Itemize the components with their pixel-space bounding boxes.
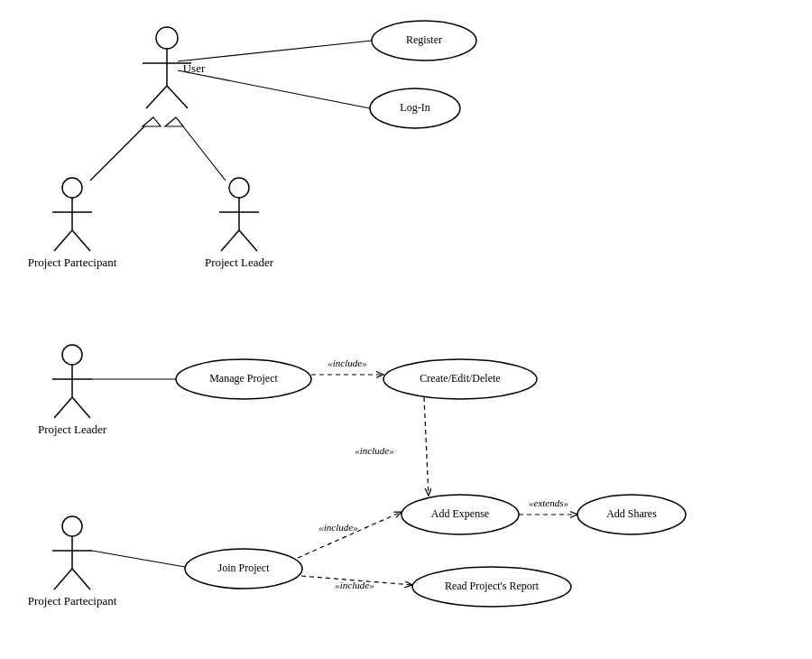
pl1-right-leg bbox=[239, 230, 257, 251]
include1-label: «include» bbox=[328, 357, 366, 368]
pp2-left-leg bbox=[54, 569, 72, 589]
user-actor-head bbox=[156, 27, 178, 49]
createedit-label: Create/Edit/Delete bbox=[420, 372, 500, 385]
pl2-right-leg bbox=[72, 397, 90, 418]
include2-label: «include» bbox=[355, 445, 393, 456]
createedit-to-addexpense-line bbox=[424, 397, 429, 496]
add-expense-label: Add Expense bbox=[431, 507, 489, 520]
extends1-label: «extends» bbox=[529, 497, 568, 508]
pl1-head bbox=[229, 178, 249, 198]
add-shares-label: Add Shares bbox=[606, 507, 657, 520]
user-actor-left-leg bbox=[146, 86, 167, 108]
pl1-left-leg bbox=[221, 230, 239, 251]
join-to-addexpense-line bbox=[298, 512, 401, 558]
pp2-head bbox=[62, 516, 82, 536]
pp2-right-leg bbox=[72, 569, 90, 589]
pl2-head bbox=[62, 345, 82, 365]
pp1-right-leg bbox=[72, 230, 90, 251]
pp1-left-leg bbox=[54, 230, 72, 251]
login-label: Log-In bbox=[400, 101, 429, 114]
manage-project-label: Manage Project bbox=[209, 372, 278, 385]
user-to-register-line bbox=[178, 41, 372, 61]
pl1-label: Project Leader bbox=[205, 255, 274, 269]
pl-to-user-arrow bbox=[165, 117, 183, 126]
pp2-to-join-line bbox=[92, 551, 185, 567]
pp-to-user-arrow bbox=[143, 117, 161, 126]
pp1-label: Project Partecipant bbox=[28, 255, 117, 269]
pl2-left-leg bbox=[54, 397, 72, 418]
pl2-label: Project Leader bbox=[38, 422, 107, 436]
user-actor-right-leg bbox=[167, 86, 188, 108]
user-to-login-line bbox=[178, 70, 370, 108]
read-report-label: Read Project's Report bbox=[445, 580, 540, 592]
pp1-head bbox=[62, 178, 82, 198]
user-label: User bbox=[183, 61, 206, 75]
join-project-label: Join Project bbox=[218, 562, 271, 574]
pp2-label: Project Partecipant bbox=[28, 594, 117, 608]
register-label: Register bbox=[406, 33, 442, 46]
include3-label: «include» bbox=[318, 522, 357, 533]
include4-label: «include» bbox=[335, 580, 374, 590]
